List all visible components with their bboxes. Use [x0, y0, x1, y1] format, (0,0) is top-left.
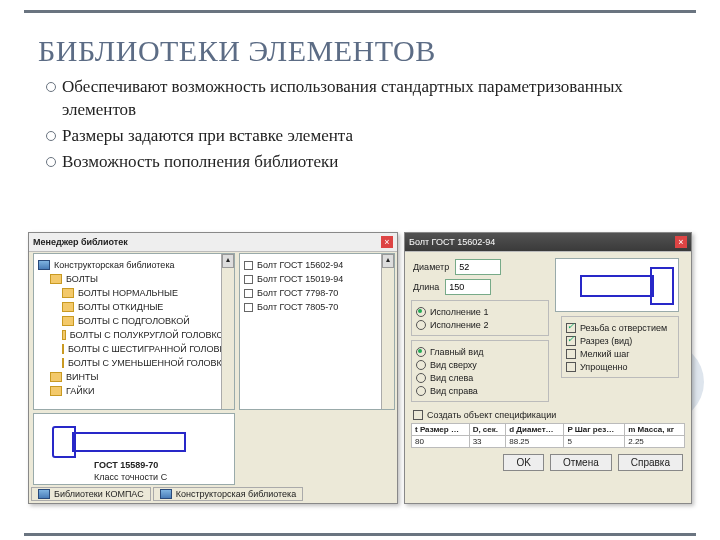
opt-fine-check[interactable]: Мелкий шаг [566, 347, 674, 360]
item-list-pane[interactable]: Болт ГОСТ 15602-94 Болт ГОСТ 15019-94 Бо… [239, 253, 395, 410]
view-right-radio[interactable]: Вид справа [416, 384, 544, 397]
window-title: Менеджер библиотек [33, 237, 128, 247]
length-label: Длина [413, 282, 439, 292]
list-item[interactable]: Болт ГОСТ 15019-94 [244, 272, 390, 286]
tree-pane[interactable]: Конструкторская библиотека БОЛТЫ БОЛТЫ Н… [33, 253, 235, 410]
tree-node[interactable]: БОЛТЫ С ПОДГОЛОВКОЙ [62, 314, 230, 328]
scrollbar[interactable]: ▴ [221, 254, 234, 409]
options-group: Резьба с отверстием Разрез (вид) Мелкий … [561, 316, 679, 378]
tree-node[interactable]: ВИНТЫ [50, 370, 230, 384]
exec1-radio[interactable]: Исполнение 1 [416, 305, 544, 318]
book-icon [38, 260, 50, 270]
help-button[interactable]: Справка [618, 454, 683, 471]
preview-pane: ГОСТ 15589-70 Класс точности С [33, 413, 235, 485]
bullet: Возможность пополнения библиотеки [46, 151, 682, 174]
opt-thread-check[interactable]: Резьба с отверстием [566, 321, 674, 334]
close-icon[interactable]: × [675, 236, 687, 248]
tree-node[interactable]: БОЛТЫ С УМЕНЬШЕННОЙ ГОЛОВКОЙ [62, 356, 230, 370]
diameter-label: Диаметр [413, 262, 449, 272]
window-titlebar[interactable]: Менеджер библиотек × [29, 233, 397, 252]
spec-check[interactable]: Создать объект спецификации [413, 408, 683, 421]
view-group: Главный вид Вид сверху Вид слева Вид спр… [411, 340, 549, 402]
ok-button[interactable]: OK [503, 454, 543, 471]
params-table: t Размер …D, сек.d Диамет…P Шаг рез…m Ма… [411, 423, 685, 448]
execution-group: Исполнение 1 Исполнение 2 [411, 300, 549, 336]
opt-simplified-check[interactable]: Упрощенно [566, 360, 674, 373]
library-manager-window: Менеджер библиотек × Конструкторская биб… [28, 232, 398, 504]
tab-libraries[interactable]: Библиотеки КОМПАС [31, 487, 151, 501]
bottom-tabs: Библиотеки КОМПАС Конструкторская библио… [31, 487, 303, 501]
slide-title: БИБЛИОТЕКИ ЭЛЕМЕНТОВ [38, 34, 682, 68]
tree-node[interactable]: БОЛТЫ С ШЕСТИГРАННОЙ ГОЛОВКОЙ [62, 342, 230, 356]
tree-node[interactable]: БОЛТЫ НОРМАЛЬНЫЕ [62, 286, 230, 300]
close-icon[interactable]: × [381, 236, 393, 248]
view-left-radio[interactable]: Вид слева [416, 371, 544, 384]
bolt-dialog: Болт ГОСТ 15602-94 × Диаметр Длина Испол… [404, 232, 692, 504]
tree-node[interactable]: БОЛТЫ С ПОЛУКРУГЛОЙ ГОЛОВКОЙ [62, 328, 230, 342]
tree-node[interactable]: ГАЙКИ [50, 384, 230, 398]
view-top-radio[interactable]: Вид сверху [416, 358, 544, 371]
cancel-button[interactable]: Отмена [550, 454, 612, 471]
dialog-preview [555, 258, 679, 312]
preview-subcaption: Класс точности С [94, 472, 167, 482]
diameter-input[interactable] [455, 259, 501, 275]
bullet: Размеры задаются при вставке элемента [46, 125, 682, 148]
bullet-list: Обеспечивают возможность использования с… [38, 76, 682, 174]
preview-caption: ГОСТ 15589-70 [94, 460, 158, 470]
length-input[interactable] [445, 279, 491, 295]
tab-constructor[interactable]: Конструкторская библиотека [153, 487, 304, 501]
list-item[interactable]: Болт ГОСТ 7798-70 [244, 286, 390, 300]
opt-cut-check[interactable]: Разрез (вид) [566, 334, 674, 347]
tree-root[interactable]: Конструкторская библиотека [38, 258, 230, 272]
bullet: Обеспечивают возможность использования с… [46, 76, 682, 122]
exec2-radio[interactable]: Исполнение 2 [416, 318, 544, 331]
scroll-up-icon[interactable]: ▴ [382, 254, 394, 268]
folder-icon [50, 274, 62, 284]
view-main-radio[interactable]: Главный вид [416, 345, 544, 358]
list-item[interactable]: Болт ГОСТ 15602-94 [244, 258, 390, 272]
dialog-title: Болт ГОСТ 15602-94 [409, 237, 495, 247]
list-item[interactable]: Болт ГОСТ 7805-70 [244, 300, 390, 314]
dialog-titlebar[interactable]: Болт ГОСТ 15602-94 × [405, 233, 691, 252]
table-row[interactable]: 803388.2552.25 [412, 436, 685, 448]
tree-node[interactable]: БОЛТЫ ОТКИДНЫЕ [62, 300, 230, 314]
scroll-up-icon[interactable]: ▴ [222, 254, 234, 268]
tree-node[interactable]: БОЛТЫ [50, 272, 230, 286]
scrollbar[interactable]: ▴ [381, 254, 394, 409]
